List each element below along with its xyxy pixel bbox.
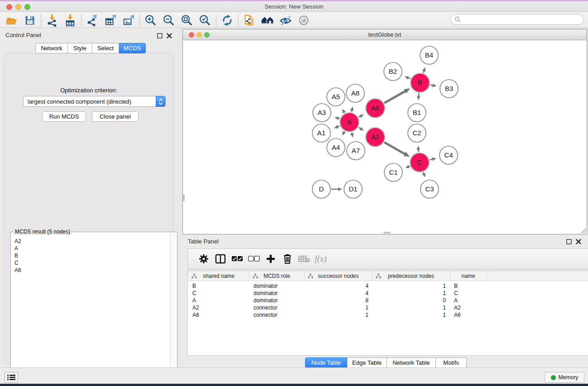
result-item[interactable]: A2 xyxy=(14,238,21,245)
memory-button[interactable]: Memory xyxy=(545,372,584,383)
tab-style[interactable]: Style xyxy=(68,43,92,53)
refresh-button[interactable] xyxy=(218,13,236,28)
table-row[interactable]: Bdominator41B xyxy=(188,282,588,290)
close-table-panel-icon[interactable] xyxy=(576,239,581,244)
table-panel-title: Table Panel xyxy=(188,238,219,245)
graph-node-label: C3 xyxy=(425,185,434,193)
zoom-in-button[interactable] xyxy=(142,13,160,28)
toolbar-separator xyxy=(41,14,41,26)
network-window-titlebar[interactable]: testGlobe.txt xyxy=(183,29,587,40)
edge-arrowhead xyxy=(338,187,342,191)
close-panel-button[interactable]: Close panel xyxy=(92,111,139,122)
memory-status-icon xyxy=(551,375,556,380)
control-panel-header: Control Panel xyxy=(0,30,177,41)
graph-node-label: A5 xyxy=(332,93,340,100)
graph-node-label: C2 xyxy=(412,129,421,137)
new-network-from-selection-button[interactable] xyxy=(240,13,258,28)
tab-node-table[interactable]: Node Table xyxy=(305,357,347,368)
delete-table-icon xyxy=(298,255,310,263)
export-network-button[interactable] xyxy=(83,13,101,28)
tab-network[interactable]: Network xyxy=(35,43,68,53)
select-all-columns-button[interactable] xyxy=(229,251,245,267)
show-all-networks-button[interactable] xyxy=(258,13,277,28)
close-panel-icon[interactable] xyxy=(167,33,172,38)
desktop-edge xyxy=(0,384,588,386)
tab-motifs[interactable]: Motifs xyxy=(436,357,467,368)
result-item[interactable]: A6 xyxy=(14,267,21,274)
graph-node-label: C4 xyxy=(444,151,453,159)
export-table-icon xyxy=(104,14,117,27)
chevron-up-down-icon xyxy=(158,98,164,106)
graph-node-label: A3 xyxy=(318,109,326,116)
unselect-all-columns-button[interactable] xyxy=(245,251,262,267)
column-header[interactable]: successor nodes xyxy=(305,271,373,281)
table-settings-button[interactable] xyxy=(195,251,212,267)
zoom-in-icon xyxy=(144,14,157,27)
table-row[interactable]: A2connector11A2 xyxy=(188,304,588,311)
app-titlebar: Session: New Session xyxy=(0,0,588,11)
table-cell: A6 xyxy=(450,312,487,318)
table-panel: Table Panel xyxy=(182,235,588,367)
tab-network-table[interactable]: Network Table xyxy=(387,357,436,368)
result-item[interactable]: B xyxy=(14,252,21,259)
column-header[interactable]: name xyxy=(450,271,487,281)
function-builder-button[interactable]: f(x) xyxy=(312,251,329,267)
zoom-out-button[interactable] xyxy=(160,13,178,28)
delete-column-button[interactable] xyxy=(279,251,296,267)
column-header[interactable]: MCDS role xyxy=(249,271,305,281)
result-scrollbar[interactable] xyxy=(170,233,177,385)
graph-edge-A2-C[interactable] xyxy=(384,142,405,154)
table-cell: C xyxy=(188,290,249,296)
graph-edge-A6-B[interactable] xyxy=(384,91,406,103)
table-row[interactable]: A6connector11A6 xyxy=(188,311,588,319)
open-session-button[interactable] xyxy=(3,13,21,28)
column-header[interactable]: predecessor nodes xyxy=(373,271,450,281)
tab-select[interactable]: Select xyxy=(92,43,119,53)
float-panel-icon[interactable] xyxy=(157,33,163,38)
column-header[interactable]: shared name xyxy=(188,271,249,281)
table-cell: B xyxy=(450,283,487,289)
tab-edge-table[interactable]: Edge Table xyxy=(347,357,387,368)
zoom-selected-button[interactable] xyxy=(196,13,214,28)
delete-table-button[interactable] xyxy=(296,251,312,267)
edge-arrowhead xyxy=(432,84,437,87)
mcds-result-list[interactable]: A2ABCA6 xyxy=(14,238,21,274)
export-image-button[interactable] xyxy=(120,13,138,28)
network-vertical-scroll-thumb[interactable] xyxy=(183,194,185,201)
graph-edge-B-B1[interactable] xyxy=(419,93,419,96)
create-column-button[interactable] xyxy=(262,251,279,267)
table-row[interactable]: Cdominator41C xyxy=(188,290,588,297)
optimization-criterion-select[interactable]: largest connected component (directed) xyxy=(23,96,166,107)
run-mcds-button[interactable]: Run MCDS xyxy=(42,111,86,122)
graph-edge-C-C4[interactable] xyxy=(430,159,433,160)
table-cell: 1 xyxy=(305,312,373,318)
search-input[interactable] xyxy=(463,16,583,23)
float-table-panel-icon[interactable] xyxy=(566,239,572,244)
import-network-button[interactable] xyxy=(43,13,61,28)
network-horizontal-scroll-thumb[interactable] xyxy=(383,232,391,234)
show-columns-button[interactable] xyxy=(212,251,229,267)
export-network-icon xyxy=(86,14,99,27)
import-table-icon xyxy=(64,14,76,27)
columns-icon xyxy=(215,254,226,264)
edge-arrowhead xyxy=(422,67,426,72)
result-item[interactable]: C xyxy=(14,259,21,267)
zoom-fit-button[interactable] xyxy=(178,13,196,28)
eye-icon xyxy=(297,14,311,27)
task-history-button[interactable] xyxy=(5,372,18,383)
hide-panel-button[interactable] xyxy=(295,13,313,28)
eye-slash-icon xyxy=(279,14,292,27)
search-field[interactable] xyxy=(450,14,584,25)
result-item[interactable]: A xyxy=(14,245,21,252)
tab-mcds[interactable]: MCDS xyxy=(119,43,146,53)
save-session-button[interactable] xyxy=(21,13,39,28)
graph-node-label: B2 xyxy=(389,67,397,75)
export-table-button[interactable] xyxy=(101,13,120,28)
toggle-graphics-details-button[interactable] xyxy=(277,13,295,28)
mcds-result-group: MCDS result (5 nodes) A2ABCA6 xyxy=(10,232,177,386)
import-table-button[interactable] xyxy=(61,13,79,28)
table-row[interactable]: Adominator80A xyxy=(188,297,588,304)
table-cell: 1 xyxy=(373,305,450,311)
resize-grip-icon[interactable] xyxy=(579,227,586,234)
network-canvas[interactable]: AA1A2A3A4A5A6A7A8BB1B2B3B4CC1C2C3C4DD1 xyxy=(183,40,587,234)
